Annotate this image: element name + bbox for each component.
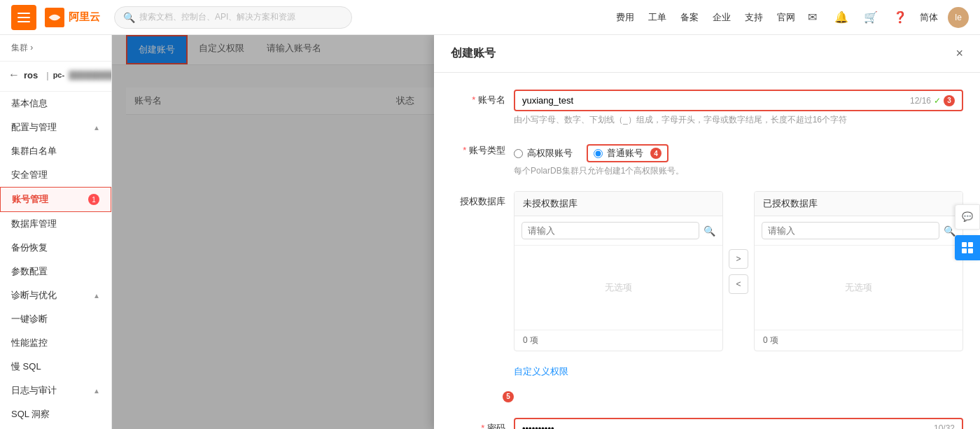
sidebar-item-params[interactable]: 参数配置 <box>0 260 111 283</box>
site-logo[interactable]: 阿里云 <box>45 8 100 27</box>
cluster-pc-blurred: ████████████ <box>69 71 112 79</box>
form-row-password: 密码 10/32 <box>451 418 963 430</box>
mail-icon[interactable]: ✉ <box>802 8 822 27</box>
db-panel-unauthorized-search: 🔍 <box>514 216 722 246</box>
account-type-content: 高权限账号 普通账号 4 每个PolarDB集群只允许创建1个高权限账号。 <box>514 140 963 177</box>
account-name-hint: 由小写字母、数字、下划线（_）组成，字母开头，字母或数字结尾，长度不超过16个字… <box>514 114 963 126</box>
form-row-custom-rights: 自定义义权限 5 <box>451 365 963 404</box>
floating-actions: 💬 <box>955 204 980 260</box>
account-name-count: 12/16 ✓ 3 <box>910 95 955 106</box>
radio-normal-input[interactable] <box>594 149 603 158</box>
custom-rights-content: 自定义义权限 5 <box>514 365 963 404</box>
sidebar-item-backup[interactable]: 备份恢复 <box>0 236 111 260</box>
logo-text: 阿里云 <box>69 10 100 24</box>
grid-icon-button[interactable] <box>955 235 980 260</box>
create-account-drawer: 创建账号 × 账号名 12/16 ✓ 3 <box>434 35 980 429</box>
sidebar-item-slowsql[interactable]: 慢 SQL <box>0 355 111 379</box>
hamburger-menu[interactable] <box>11 5 36 30</box>
account-name-label: 账号名 <box>451 90 514 106</box>
db-search-left-icon[interactable]: 🔍 <box>704 225 715 237</box>
nav-link-fees[interactable]: 费用 <box>616 11 634 24</box>
password-count: 10/32 <box>934 423 955 429</box>
drawer-title: 创建账号 <box>451 46 496 61</box>
avatar[interactable]: Ie <box>948 7 969 28</box>
sidebar-item-perf[interactable]: 性能监控 <box>0 331 111 355</box>
help-icon[interactable]: ❓ <box>890 8 910 27</box>
db-panel-unauthorized: 未授权数据库 🔍 无选项 0 项 <box>514 191 723 351</box>
sidebar: 集群 › ← ros ██████ | pc- ████████████ 运行中… <box>0 35 112 429</box>
db-arrows: > < <box>723 191 754 351</box>
cart-icon[interactable]: 🛒 <box>861 8 881 27</box>
radio-normal[interactable]: 普通账号 4 <box>587 144 668 162</box>
radio-high-priv-input[interactable] <box>514 149 523 158</box>
arrow-left-button[interactable]: < <box>729 274 748 294</box>
chat-icon-button[interactable]: 💬 <box>955 204 980 230</box>
svg-rect-3 <box>962 248 967 253</box>
search-icon: 🔍 <box>123 12 135 23</box>
sidebar-group-config[interactable]: 配置与管理 ▲ <box>0 115 111 139</box>
breadcrumb: 集群 › <box>0 35 111 62</box>
drawer-body: 账号名 12/16 ✓ 3 由小写字母、数字、下划线（_）组成，字母开头，字母或… <box>434 73 980 429</box>
arrow-right-button[interactable]: > <box>729 249 748 269</box>
nav-link-tickets[interactable]: 工单 <box>648 11 666 24</box>
account-name-wrapper: 12/16 ✓ 3 <box>514 90 963 111</box>
password-content: 10/32 <box>514 418 963 430</box>
search-placeholder: 搜索文档、控制台、API、解决方案和资源 <box>139 11 295 23</box>
chevron-up-icon-3: ▲ <box>93 387 100 395</box>
custom-rights-spacer <box>451 365 514 370</box>
sidebar-item-db-manage[interactable]: 数据库管理 <box>0 212 111 236</box>
form-row-auth-db: 授权数据库 未授权数据库 🔍 无选项 <box>451 191 963 351</box>
sidebar-item-onediag[interactable]: 一键诊断 <box>0 307 111 331</box>
db-search-right-icon[interactable]: 🔍 <box>944 225 955 237</box>
account-type-note: 每个PolarDB集群只允许创建1个高权限账号。 <box>514 165 963 177</box>
svg-rect-4 <box>968 248 973 253</box>
sidebar-item-sql-insight[interactable]: SQL 洞察 <box>0 402 111 426</box>
account-type-label: 账号类型 <box>451 140 514 157</box>
nav-link-official[interactable]: 官网 <box>777 11 795 24</box>
nav-link-beian[interactable]: 备案 <box>680 11 699 24</box>
db-panel-authorized-body: 无选项 <box>755 246 962 330</box>
cluster-id: ros <box>24 70 38 80</box>
password-label: 密码 <box>451 418 514 430</box>
nav-link-enterprise[interactable]: 企业 <box>713 11 731 24</box>
password-input[interactable] <box>515 419 962 430</box>
step-badge-5: 5 <box>503 391 514 402</box>
db-panel-authorized-title: 已授权数据库 <box>755 192 962 216</box>
step-badge-4: 4 <box>650 148 662 159</box>
nav-link-support[interactable]: 支持 <box>745 11 763 24</box>
sidebar-group-log[interactable]: 日志与审计 ▲ <box>0 379 111 402</box>
bell-icon[interactable]: 🔔 <box>832 8 851 27</box>
db-transfer-area: 未授权数据库 🔍 无选项 0 项 <box>514 191 963 351</box>
account-manage-badge: 1 <box>88 194 99 205</box>
custom-rights-link[interactable]: 自定义义权限 <box>514 365 963 378</box>
radio-high-priv[interactable]: 高权限账号 <box>514 147 573 160</box>
db-panel-authorized-footer: 0 项 <box>755 330 962 351</box>
sidebar-item-account-manage[interactable]: 账号管理 1 <box>0 187 111 212</box>
global-search[interactable]: 🔍 搜索文档、控制台、API、解决方案和资源 <box>114 6 352 29</box>
sidebar-item-basic-info[interactable]: 基本信息 <box>0 92 111 115</box>
auth-db-content: 未授权数据库 🔍 无选项 0 项 <box>514 191 963 351</box>
db-search-right-input[interactable] <box>762 222 939 239</box>
cluster-pc-label: pc- <box>53 71 65 79</box>
password-wrapper: 10/32 <box>514 418 963 430</box>
account-type-radio-group: 高权限账号 普通账号 4 <box>514 140 963 162</box>
form-row-account-name: 账号名 12/16 ✓ 3 由小写字母、数字、下划线（_）组成，字母开头，字母或… <box>451 90 963 126</box>
content-area: 创建账号 自定义权限 请输入账号名 账号名 状态 所属数据库 <box>112 35 980 429</box>
db-panel-authorized-search: 🔍 <box>755 216 962 246</box>
form-row-account-type: 账号类型 高权限账号 普通账号 4 <box>451 140 963 177</box>
sidebar-item-security[interactable]: 安全管理 <box>0 163 111 187</box>
db-panel-unauthorized-footer: 0 项 <box>514 330 722 351</box>
sidebar-group-diag[interactable]: 诊断与优化 ▲ <box>0 283 111 307</box>
db-search-left-input[interactable] <box>522 222 699 239</box>
account-name-input[interactable] <box>515 91 962 110</box>
svg-rect-2 <box>968 242 973 247</box>
step-badge-3: 3 <box>944 95 955 106</box>
language-switcher[interactable]: 简体 <box>920 11 938 24</box>
back-arrow[interactable]: ← <box>8 69 20 81</box>
auth-db-label: 授权数据库 <box>451 191 514 208</box>
sidebar-item-whitelist[interactable]: 集群白名单 <box>0 139 111 163</box>
drawer-header: 创建账号 × <box>434 35 980 73</box>
db-panel-unauthorized-body: 无选项 <box>514 246 722 330</box>
db-panel-unauthorized-title: 未授权数据库 <box>514 192 722 216</box>
drawer-close-button[interactable]: × <box>955 46 963 61</box>
